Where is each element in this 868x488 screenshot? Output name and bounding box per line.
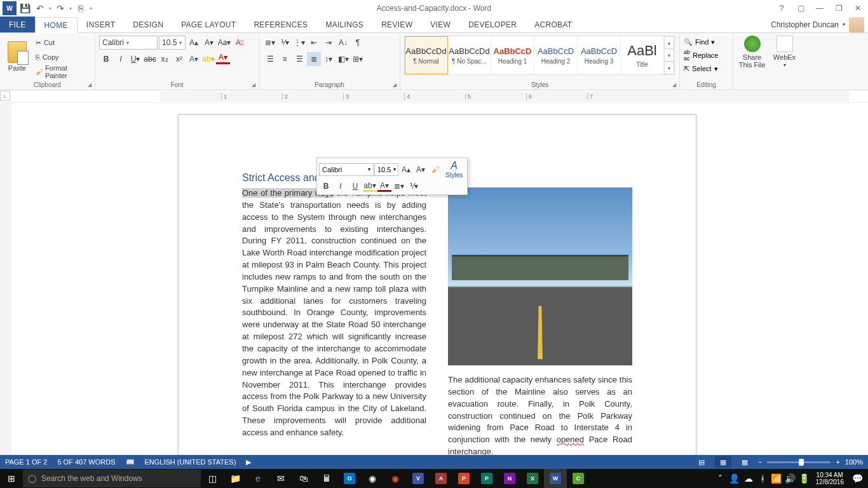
help-icon[interactable]: ? xyxy=(774,2,789,15)
tray-overflow-icon[interactable]: ˄ xyxy=(714,469,727,488)
subscript-button[interactable]: x₂ xyxy=(158,52,172,66)
undo-icon[interactable]: ↶ xyxy=(33,1,47,15)
show-marks-icon[interactable]: ¶ xyxy=(351,36,365,50)
redo-icon[interactable]: ↷ xyxy=(53,1,67,15)
file-explorer-icon[interactable]: 📁 xyxy=(224,469,247,488)
mini-shrink-icon[interactable]: A▾ xyxy=(414,163,428,176)
superscript-button[interactable]: x² xyxy=(172,52,186,66)
mini-underline-button[interactable]: U xyxy=(348,180,362,193)
change-case-icon[interactable]: Aa▾ xyxy=(217,36,231,50)
share-button[interactable]: Share This File xyxy=(737,36,767,69)
tray-bluetooth-icon[interactable]: ᚼ xyxy=(756,469,769,488)
mail-icon[interactable]: ✉ xyxy=(269,469,292,488)
text-effects-icon[interactable]: A▾ xyxy=(187,52,201,66)
gallery-up-icon[interactable]: ▴ xyxy=(664,36,674,49)
read-mode-icon[interactable]: ▤ xyxy=(693,456,710,468)
tab-acrobat[interactable]: ACROBAT xyxy=(526,17,581,32)
mini-format-painter-icon[interactable]: 🖌 xyxy=(428,163,442,176)
gallery-more-icon[interactable]: ▾ xyxy=(664,62,674,74)
style-heading-1[interactable]: AaBbCcDHeading 1 xyxy=(491,36,534,74)
tab-design[interactable]: DESIGN xyxy=(124,17,172,32)
paragraph-launcher-icon[interactable]: ◢ xyxy=(391,81,398,88)
onenote-icon[interactable]: N xyxy=(498,469,521,488)
align-right-icon[interactable]: ☰ xyxy=(292,52,306,66)
tab-developer[interactable]: DEVELOPER xyxy=(459,17,526,32)
replace-button[interactable]: abacReplace xyxy=(684,49,729,62)
clipboard-launcher-icon[interactable]: ◢ xyxy=(86,81,93,88)
bullets-icon[interactable]: ≣▾ xyxy=(263,36,277,50)
tab-selector[interactable]: L xyxy=(0,91,10,101)
select-button[interactable]: ⇱Select ▾ xyxy=(684,62,729,75)
tray-onedrive-icon[interactable]: ☁ xyxy=(742,469,755,488)
style-heading-2[interactable]: AaBbCcDHeading 2 xyxy=(534,36,578,74)
style--normal[interactable]: AaBbCcDd¶ Normal xyxy=(405,36,448,74)
status-language[interactable]: ENGLISH (UNITED STATES) xyxy=(145,458,236,466)
zoom-out-icon[interactable]: − xyxy=(758,458,762,466)
highlight-icon[interactable]: ab▾ xyxy=(201,52,215,66)
tray-people-icon[interactable]: 👤 xyxy=(728,469,741,488)
tab-mailings[interactable]: MAILINGS xyxy=(316,17,372,32)
web-layout-icon[interactable]: ▩ xyxy=(736,456,753,468)
minimize-icon[interactable]: — xyxy=(812,2,827,15)
chrome-icon[interactable]: ◉ xyxy=(361,469,384,488)
mini-highlight-icon[interactable]: ab▾ xyxy=(363,181,377,192)
access-icon[interactable]: A xyxy=(430,469,452,488)
status-macro-icon[interactable]: ▶ xyxy=(246,458,251,466)
firefox-icon[interactable]: ◉ xyxy=(384,469,407,488)
start-button[interactable]: ⊞ xyxy=(0,469,23,488)
align-center-icon[interactable]: ≡ xyxy=(278,52,292,66)
shading-icon[interactable]: ◧▾ xyxy=(336,52,350,66)
multilevel-icon[interactable]: ⋮▾ xyxy=(292,36,306,50)
style--no-spac-[interactable]: AaBbCcDd¶ No Spac... xyxy=(448,36,491,74)
mini-styles-button[interactable]: A Styles xyxy=(443,160,465,179)
italic-button[interactable]: I xyxy=(114,52,128,66)
save-icon[interactable]: 💾 xyxy=(18,1,32,15)
restore-icon[interactable]: ❐ xyxy=(831,2,846,15)
styles-launcher-icon[interactable]: ◢ xyxy=(670,81,678,88)
powerpoint-icon[interactable]: P xyxy=(452,469,475,488)
style-heading-3[interactable]: AaBbCcDHeading 3 xyxy=(578,36,621,74)
grow-font-icon[interactable]: A▴ xyxy=(187,36,201,50)
print-layout-icon[interactable]: ▦ xyxy=(715,456,731,468)
clear-format-icon[interactable]: A⃠ xyxy=(233,36,247,50)
sort-icon[interactable]: A↓ xyxy=(336,36,350,50)
justify-icon[interactable]: ≣ xyxy=(307,52,321,66)
tab-references[interactable]: REFERENCES xyxy=(245,17,316,32)
font-color-icon[interactable]: A▾ xyxy=(216,52,230,64)
horizontal-ruler[interactable]: 1234567 xyxy=(160,92,849,102)
taskbar-search[interactable]: ◯ Search the web and Windows xyxy=(23,470,201,487)
outlook-icon[interactable]: O xyxy=(338,469,361,488)
mini-size-combo[interactable]: 10.5▾ xyxy=(374,163,398,176)
status-proofing-icon[interactable]: 📖 xyxy=(126,458,135,466)
cut-button[interactable]: ✂Cut xyxy=(33,36,91,50)
tab-insert[interactable]: INSERT xyxy=(78,17,125,32)
mini-italic-button[interactable]: I xyxy=(334,180,348,193)
paste-button[interactable]: Paste xyxy=(4,36,31,78)
avatar[interactable] xyxy=(849,17,864,32)
ribbon-options-icon[interactable]: ▢ xyxy=(793,2,808,15)
mini-font-combo[interactable]: Calibri▾ xyxy=(319,163,374,176)
qat-custom-icon[interactable]: ⎘ xyxy=(74,1,88,15)
strikethrough-button[interactable]: abc xyxy=(143,52,157,66)
word-icon[interactable]: W xyxy=(3,1,17,15)
taskbar-clock[interactable]: 10:34 AM 12/8/2016 xyxy=(812,471,848,485)
gallery-down-icon[interactable]: ▾ xyxy=(664,49,674,62)
task-view-icon[interactable]: ◫ xyxy=(201,469,224,488)
user-area[interactable]: Christopher Duncan ▾ xyxy=(771,17,864,32)
styles-gallery[interactable]: AaBbCcDd¶ NormalAaBbCcDd¶ No Spac...AaBb… xyxy=(404,36,675,75)
close-icon[interactable]: ✕ xyxy=(850,2,865,15)
tab-page-layout[interactable]: PAGE LAYOUT xyxy=(172,17,245,32)
borders-icon[interactable]: ⊞▾ xyxy=(351,52,365,66)
align-left-icon[interactable]: ☰ xyxy=(263,52,277,66)
font-size-combo[interactable]: 10.5▾ xyxy=(159,36,186,50)
calculator-icon[interactable]: 🖩 xyxy=(315,469,338,488)
tab-review[interactable]: REVIEW xyxy=(372,17,421,32)
mini-grow-icon[interactable]: A▴ xyxy=(399,163,413,176)
dec-indent-icon[interactable]: ⇤ xyxy=(307,36,321,50)
status-words[interactable]: 5 OF 407 WORDS xyxy=(57,458,115,466)
tab-home[interactable]: HOME xyxy=(35,17,78,33)
shrink-font-icon[interactable]: A▾ xyxy=(202,36,216,50)
numbering-icon[interactable]: ⅟▾ xyxy=(278,36,292,50)
vertical-ruler[interactable] xyxy=(0,103,11,455)
word-taskbar-icon[interactable]: W xyxy=(544,469,567,488)
